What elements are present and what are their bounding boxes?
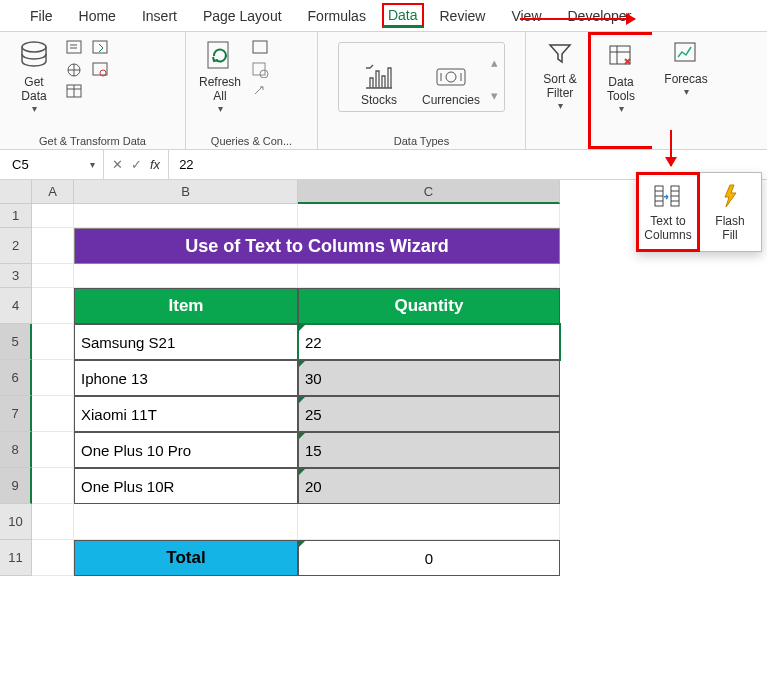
annotation-arrow-vertical	[670, 130, 672, 166]
row-head-8[interactable]: 8	[0, 432, 32, 468]
cell-b6[interactable]: Iphone 13	[74, 360, 298, 396]
row-head-1[interactable]: 1	[0, 204, 32, 228]
datatype-nav-down-icon[interactable]: ▾	[491, 88, 498, 103]
row-head-2[interactable]: 2	[0, 228, 32, 264]
flash-fill-icon	[717, 183, 743, 211]
cell-b10[interactable]	[74, 504, 298, 540]
row-head-6[interactable]: 6	[0, 360, 32, 396]
database-icon	[18, 40, 50, 71]
cell-a8[interactable]	[32, 432, 74, 468]
cell-a9[interactable]	[32, 468, 74, 504]
refresh-icon	[204, 40, 236, 71]
data-tools-button[interactable]: Data Tools	[593, 39, 649, 117]
header-item[interactable]: Item	[74, 288, 298, 324]
cell-b5[interactable]: Samsung S21	[74, 324, 298, 360]
header-quantity[interactable]: Quantity	[298, 288, 560, 324]
cell-c3[interactable]	[298, 264, 560, 288]
cell-c8[interactable]: 15	[298, 432, 560, 468]
group-data-types: Stocks Currencies ▴ ▾ Data Types	[318, 32, 526, 149]
total-label-cell[interactable]: Total	[74, 540, 298, 576]
get-data-button[interactable]: Get Data	[6, 36, 62, 114]
cell-a5[interactable]	[32, 324, 74, 360]
cell-a1[interactable]	[32, 204, 74, 228]
row-head-5[interactable]: 5	[0, 324, 32, 360]
col-head-c[interactable]: C	[298, 180, 560, 204]
tab-data[interactable]: Data	[382, 3, 424, 28]
title-cell[interactable]: Use of Text to Columns Wizard	[74, 228, 560, 264]
cancel-icon[interactable]: ✕	[112, 157, 123, 172]
cell-b1[interactable]	[74, 204, 298, 228]
cell-a10[interactable]	[32, 504, 74, 540]
forecast-icon	[672, 40, 700, 68]
chevron-down-icon	[684, 86, 689, 97]
cell-a4[interactable]	[32, 288, 74, 324]
edit-links-icon[interactable]	[252, 84, 270, 100]
cell-b8[interactable]: One Plus 10 Pro	[74, 432, 298, 468]
row-head-9[interactable]: 9	[0, 468, 32, 504]
cell-c1[interactable]	[298, 204, 560, 228]
tab-formulas[interactable]: Formulas	[298, 2, 376, 30]
cell-a2[interactable]	[32, 228, 74, 264]
cell-a11[interactable]	[32, 540, 74, 576]
cell-a6[interactable]	[32, 360, 74, 396]
properties-icon[interactable]	[252, 62, 270, 78]
stocks-button[interactable]: Stocks	[345, 47, 413, 107]
row-head-10[interactable]: 10	[0, 504, 32, 540]
group-get-transform-label: Get & Transform Data	[6, 133, 179, 149]
group-get-transform: Get Data Get & Transform Data	[0, 32, 186, 149]
from-text-icon[interactable]	[66, 40, 84, 56]
ribbon-content: Get Data Get & Transform Data Refresh Al…	[0, 32, 767, 150]
cell-b9[interactable]: One Plus 10R	[74, 468, 298, 504]
text-to-columns-button[interactable]: Text to Columns	[637, 173, 699, 251]
flash-fill-button[interactable]: Flash Fill	[699, 173, 761, 251]
enter-icon[interactable]: ✓	[131, 157, 142, 172]
tab-review[interactable]: Review	[430, 2, 496, 30]
get-transform-small-buttons-2	[92, 36, 110, 78]
tab-file[interactable]: File	[20, 2, 63, 30]
data-tools-icon	[607, 43, 635, 71]
cell-c6[interactable]: 30	[298, 360, 560, 396]
tab-page-layout[interactable]: Page Layout	[193, 2, 292, 30]
stocks-icon	[364, 64, 394, 90]
cell-c7[interactable]: 25	[298, 396, 560, 432]
cell-a3[interactable]	[32, 264, 74, 288]
cell-a7[interactable]	[32, 396, 74, 432]
recent-sources-icon[interactable]	[92, 40, 110, 56]
tab-insert[interactable]: Insert	[132, 2, 187, 30]
cell-b3[interactable]	[74, 264, 298, 288]
tab-home[interactable]: Home	[69, 2, 126, 30]
cell-c5[interactable]: 22	[298, 324, 560, 360]
sort-filter-label: Sort & Filter	[543, 72, 576, 100]
group-sort-filter: Sort & Filter	[526, 32, 588, 149]
name-box[interactable]: C5	[4, 150, 104, 180]
total-value-cell[interactable]: 0	[298, 540, 560, 576]
refresh-all-button[interactable]: Refresh All	[192, 36, 248, 114]
data-tools-popover: Text to Columns Flash Fill	[636, 172, 762, 252]
formula-input[interactable]: 22	[169, 157, 767, 172]
forecast-button[interactable]: Forecas	[658, 36, 714, 114]
from-table-icon[interactable]	[66, 84, 84, 100]
tab-view[interactable]: View	[501, 2, 551, 30]
queries-icon[interactable]	[252, 40, 270, 56]
flash-fill-label: Flash Fill	[715, 214, 744, 242]
annotation-arrow-horizontal	[520, 18, 635, 20]
col-head-b[interactable]: B	[74, 180, 298, 204]
row-head-11[interactable]: 11	[0, 540, 32, 576]
select-all-corner[interactable]	[0, 180, 32, 204]
col-head-a[interactable]: A	[32, 180, 74, 204]
fx-icon[interactable]: fx	[150, 157, 160, 172]
sort-filter-button[interactable]: Sort & Filter	[532, 36, 588, 114]
row-head-7[interactable]: 7	[0, 396, 32, 432]
group-data-tools: Data Tools	[588, 32, 652, 149]
cell-b7[interactable]: Xiaomi 11T	[74, 396, 298, 432]
cell-c10[interactable]	[298, 504, 560, 540]
currencies-button[interactable]: Currencies	[417, 47, 485, 107]
row-head-4[interactable]: 4	[0, 288, 32, 324]
datatype-nav-up-icon[interactable]: ▴	[491, 55, 498, 70]
cell-c9[interactable]: 20	[298, 468, 560, 504]
row-head-3[interactable]: 3	[0, 264, 32, 288]
existing-connections-icon[interactable]	[92, 62, 110, 78]
from-web-icon[interactable]	[66, 62, 84, 78]
svg-point-14	[260, 70, 268, 78]
currencies-icon	[436, 64, 466, 90]
